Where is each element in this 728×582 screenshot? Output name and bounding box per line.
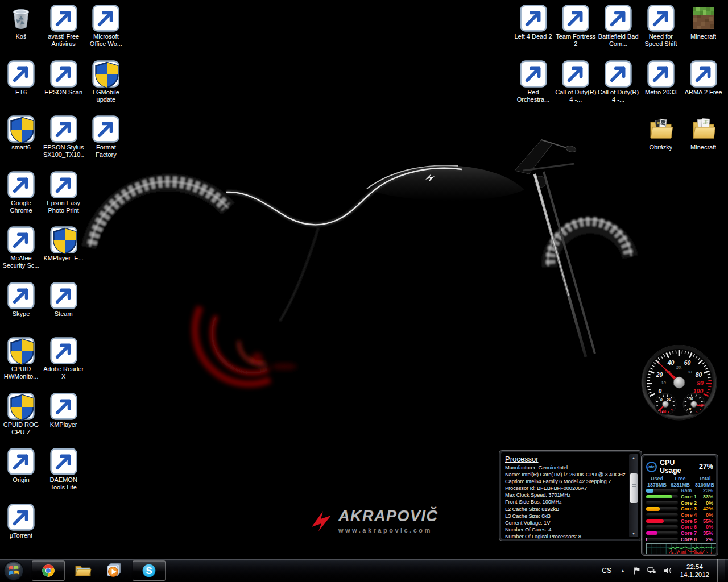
taskbar-button-google-chrome[interactable] <box>32 560 65 581</box>
desktop-icon-label: ET6 <box>15 89 27 96</box>
desktop-icon-label: LGMobile update <box>85 89 127 103</box>
shortcut-arrow-icon <box>7 226 35 253</box>
desktop-icon-kmplayer[interactable]: KMPKMPlayer <box>43 393 85 429</box>
core-value: 0% <box>702 524 713 530</box>
scroll-down-button[interactable]: ▼ <box>629 530 638 537</box>
taskbar-button-windows-media-player[interactable] <box>101 561 127 580</box>
desktop-icon-adobe-reader-x[interactable]: Adobe Reader X <box>43 337 85 380</box>
desktop-icon-epson-stylus-sx100-tx10[interactable]: EPSON Stylus SX100_TX10... <box>43 115 85 159</box>
desktop-icon-cpuid-hwmonito[interactable]: CPUID HWMonito... <box>0 337 42 380</box>
utorrent-icon: µ <box>7 504 35 531</box>
cpu-row-core-2: Core 20% <box>646 500 713 506</box>
cpu-meter-gadget[interactable]: intel CPU Usage 27% UsedFreeTotal1878MB6… <box>641 454 718 556</box>
origin-icon <box>7 448 35 475</box>
scroll-thumb[interactable] <box>630 473 638 503</box>
cpu-gauge-gadget[interactable]: 0204060809010010.30.50.70.050100500100 <box>640 345 718 425</box>
processor-gadget[interactable]: Processor Manufacturer: GenuineIntelName… <box>499 450 642 541</box>
recycle-icon <box>7 5 35 32</box>
core-label: Core 2 <box>681 500 702 506</box>
processor-scrollbar[interactable]: ▲ ▼ <box>629 454 638 537</box>
desktop-icon-epson-easy-photo-print[interactable]: Epson Easy Photo Print <box>43 171 85 214</box>
desktop-icon-red-orchestra[interactable]: Red Orchestra... <box>512 60 555 103</box>
avast-icon <box>50 5 77 32</box>
word-icon: W <box>92 5 119 32</box>
desktop-icon-label: ARMA 2 Free <box>685 89 722 96</box>
svg-text:20: 20 <box>656 371 663 378</box>
processor-info-lines: Manufacturer: GenuineIntelName: Intel(R)… <box>505 464 627 539</box>
desktop-icon-et6[interactable]: ET6 <box>0 60 42 96</box>
skype-icon: S <box>140 562 158 580</box>
desktop-icon-minecraft[interactable]: Minecraft <box>682 115 725 151</box>
desktop-icon-left-4-dead-2[interactable]: 4 DEAD2Left 4 Dead 2 <box>512 5 555 40</box>
desktop-icon-label: Google Chrome <box>0 199 42 214</box>
mcblock-icon <box>690 5 717 32</box>
usage-bar <box>646 538 678 542</box>
cpu-core-rows: Ram23%Core 183%Core 20%Core 342%Core 40%… <box>646 488 713 542</box>
shortcut-arrow-icon <box>92 115 119 143</box>
mem-value: 6231MB <box>668 482 693 488</box>
desktop-icon-steam[interactable]: Steam <box>43 282 85 318</box>
cpu-row-core-7: Core 735% <box>646 530 713 537</box>
scroll-up-button[interactable]: ▲ <box>629 454 638 462</box>
desktop-icon-microsoft-office-wo[interactable]: WMicrosoft Office Wo... <box>85 5 127 48</box>
desktop-icon-need-for-speed-shift[interactable]: ™Need for Speed Shift <box>640 5 682 48</box>
svg-text:70.: 70. <box>687 369 693 375</box>
desktop-icon-call-of-duty-r-4[interactable]: 44Call of Duty(R) 4 -... <box>555 60 597 103</box>
shortcut-arrow-icon <box>50 5 77 32</box>
desktop-icon-metro-2033[interactable]: METROMetro 2033 <box>640 60 682 96</box>
shortcut-arrow-icon <box>690 60 717 88</box>
desktop-icon-obr-zky[interactable]: Obrázky <box>640 115 682 151</box>
desktop-icon-battlefield-bad-com[interactable]: Battlefield Bad Com... <box>597 5 639 48</box>
desktop-icon-kmplayer-e[interactable]: KMPKMPlayer_E... <box>43 226 85 262</box>
action-center-flag-icon[interactable] <box>632 566 642 576</box>
usage-bar <box>646 489 678 493</box>
desktop-icon-mcafee-security-sc[interactable]: MMcAfee Security Sc... <box>0 226 42 269</box>
desktop-icon-label: KMPlayer <box>50 421 77 429</box>
shortcut-arrow-icon <box>50 448 77 475</box>
desktop-icon-torrent[interactable]: µµTorrent <box>0 504 42 539</box>
network-icon[interactable] <box>647 566 657 576</box>
show-desktop-button[interactable] <box>717 559 725 582</box>
taskbar-button-windows-explorer[interactable] <box>70 561 96 580</box>
desktop-icon-ko[interactable]: Koš <box>0 5 42 40</box>
adobereader-icon <box>50 337 77 364</box>
desktop-icon-avast-free-antivirus[interactable]: avast! Free Antivirus <box>43 5 85 48</box>
core-label: Core 1 <box>681 494 702 500</box>
wmp-icon <box>105 562 123 580</box>
processor-info-line: L2 Cache Size: 8192kB <box>505 506 627 513</box>
desktop-icon-daemon-tools-lite[interactable]: DAEMON Tools Lite <box>43 448 85 491</box>
usage-bar <box>646 501 678 505</box>
folderpics-icon <box>647 115 675 143</box>
processor-title: Processor <box>505 455 627 463</box>
desktop-icon-format-factory[interactable]: Format Factory <box>85 115 127 159</box>
core-value: 35% <box>702 530 713 536</box>
desktop-icon-label: Steam <box>55 310 73 318</box>
desktop-icon-label: CPUID HWMonito... <box>0 365 42 380</box>
desktop-icon-smart6[interactable]: smartsmart6 <box>0 115 42 151</box>
desktop-icon-arma-2-free[interactable]: ARMAIIARMA 2 Free <box>682 60 725 96</box>
taskbar-button-skype[interactable]: S <box>133 560 166 581</box>
cpu-meter-header: intel CPU Usage 27% <box>646 458 713 476</box>
desktop-icon-origin[interactable]: Origin <box>0 448 42 484</box>
language-indicator[interactable]: CS <box>599 566 614 576</box>
chrome-icon <box>39 562 57 580</box>
desktop-icon-label: Left 4 Dead 2 <box>514 33 552 40</box>
desktop[interactable]: AKRAPOVIČ www.akrapovic.com KošET6smarts… <box>0 0 728 559</box>
svg-text:0: 0 <box>659 388 662 394</box>
desktop-icon-epson-scan[interactable]: EPSON Scan <box>43 60 85 96</box>
desktop-icon-google-chrome[interactable]: Google Chrome <box>0 171 42 214</box>
clock[interactable]: 22:54 14.1.2012 <box>678 563 712 579</box>
desktop-icon-cpuid-rog-cpu-z[interactable]: ROGCPU-ZCPUID ROG CPU-Z <box>0 393 42 436</box>
desktop-icon-call-of-duty-r-4[interactable]: 44Call of Duty(R) 4 -... <box>597 60 639 103</box>
desktop-icon-lgmobile-update[interactable]: LGMobile update <box>85 60 127 103</box>
shortcut-arrow-icon <box>50 393 77 420</box>
desktop-icon-skype[interactable]: SSkype <box>0 282 42 318</box>
taskbar[interactable]: S CS ▲ 22:54 14.1.2012 <box>0 559 728 582</box>
desktop-icon-minecraft[interactable]: Minecraft <box>682 5 725 40</box>
uac-shield-icon <box>9 338 36 365</box>
cpu-row-core-3: Core 342% <box>646 506 713 512</box>
desktop-icon-team-fortress-2[interactable]: Team Fortress 2 <box>555 5 597 48</box>
start-button[interactable] <box>0 559 27 582</box>
volume-icon[interactable] <box>663 566 672 576</box>
show-hidden-icons-button[interactable]: ▲ <box>619 567 626 575</box>
